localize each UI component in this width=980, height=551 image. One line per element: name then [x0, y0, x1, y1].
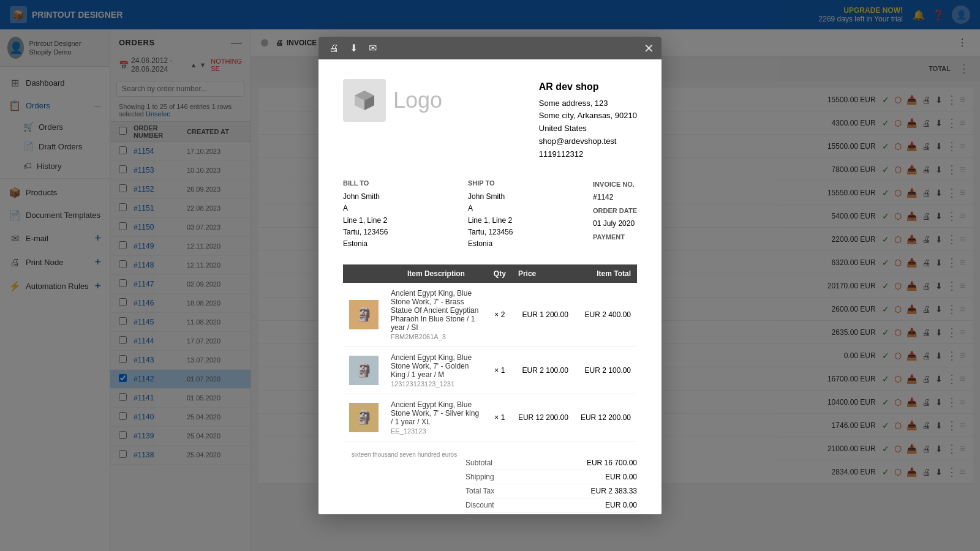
item-description: Ancient Egypt King, Blue Stone Work, 7' … — [391, 400, 481, 435]
item-name: Ancient Egypt King, Blue Stone Work, 7' … — [391, 289, 481, 332]
item-description: Ancient Egypt King, Blue Stone Work, 7' … — [391, 289, 481, 340]
invoice-addresses: Bill To John Smith A Line 1, Line 2 Tart… — [343, 178, 637, 250]
summary-discount-row: Discount EUR 0.00 — [466, 498, 637, 512]
item-image: 🗿 — [349, 356, 379, 385]
subtotal-label: Subtotal — [466, 459, 492, 467]
tax-label: Total Tax — [466, 487, 494, 495]
item-description: Ancient Egypt King, Blue Stone Work, 7' … — [391, 353, 481, 388]
shop-name: AR dev shop — [539, 79, 637, 95]
summary-shipping-row: Shipping EUR 0.00 — [466, 470, 637, 484]
item-price-cell: EUR 12 200.00 — [512, 394, 575, 441]
ship-country: Estonia — [468, 238, 513, 250]
ship-name: John Smith — [468, 191, 513, 203]
invoice-item-row: 🗿 Ancient Egypt King, Blue Stone Work, 7… — [343, 347, 637, 394]
invoice-summary: Subtotal EUR 16 700.00 Shipping EUR 0.00… — [466, 456, 637, 514]
bill-name: John Smith — [343, 191, 388, 203]
modal-download-btn[interactable]: ⬇ — [347, 40, 361, 56]
bill-city: Tartu, 123456 — [343, 227, 388, 238]
tax-value: EUR 2 383.33 — [591, 487, 637, 495]
modal-email-btn[interactable]: ✉ — [366, 40, 380, 56]
item-qty-cell: × 1 — [488, 394, 512, 441]
ship-line2: Line 1, Line 2 — [468, 215, 513, 227]
col-qty-header: Qty — [488, 264, 512, 283]
item-total-cell: EUR 12 200.00 — [575, 394, 637, 441]
invoice-meta: Invoice No. #1142 Order Date 01 July 202… — [593, 178, 637, 250]
discount-label: Discount — [466, 501, 494, 509]
invoice-shop-info: AR dev shop Some address, 123 Some city,… — [539, 79, 637, 161]
ship-line1: A — [468, 203, 513, 214]
invoice-ship-to: Ship To John Smith A Line 1, Line 2 Tart… — [468, 178, 513, 250]
shop-email: shop@ardevshop.test — [539, 135, 637, 148]
subtotal-value: EUR 16 700.00 — [587, 459, 637, 467]
shop-address: Some address, 123 — [539, 97, 637, 110]
payment-label: Payment — [593, 233, 625, 241]
discount-value: EUR 0.00 — [605, 501, 637, 509]
summary-subtotal-row: Subtotal EUR 16 700.00 — [466, 456, 637, 470]
item-name: Ancient Egypt King, Blue Stone Work, 7' … — [391, 400, 481, 426]
bill-to-label: Bill To — [343, 178, 388, 189]
invoice-no-label: Invoice No. — [593, 181, 635, 188]
item-desc-cell: Ancient Egypt King, Blue Stone Work, 7' … — [385, 283, 488, 347]
item-img-cell: 🗿 — [343, 394, 385, 441]
item-img-cell: 🗿 — [343, 283, 385, 347]
item-qty-cell: × 2 — [488, 283, 512, 347]
item-sku: 123123123123_1231 — [391, 380, 481, 388]
modal-close-btn[interactable]: ✕ — [644, 42, 654, 54]
order-date-label: Order Date — [593, 207, 637, 214]
invoice-item-row: 🗿 Ancient Egypt King, Blue Stone Work, 7… — [343, 394, 637, 441]
bill-line1: A — [343, 203, 388, 214]
item-desc-cell: Ancient Egypt King, Blue Stone Work, 7' … — [385, 347, 488, 394]
shop-country: United States — [539, 122, 637, 135]
shipping-label: Shipping — [466, 473, 494, 481]
invoice-bill-to: Bill To John Smith A Line 1, Line 2 Tart… — [343, 178, 388, 250]
item-price-cell: EUR 2 100.00 — [512, 347, 575, 394]
invoice-body: Logo AR dev shop Some address, 123 Some … — [318, 59, 662, 514]
shop-phone: 1119112312 — [539, 148, 637, 161]
invoice-item-row: 🗿 Ancient Egypt King, Blue Stone Work, 7… — [343, 283, 637, 347]
order-date: 01 July 2020 — [593, 217, 637, 231]
col-item-header: Item Description — [385, 264, 488, 283]
shop-city: Some city, Arkansas, 90210 — [539, 110, 637, 122]
item-total-cell: EUR 2 100.00 — [575, 347, 637, 394]
summary-tax-row: Total Tax EUR 2 383.33 — [466, 484, 637, 498]
item-image: 🗿 — [349, 300, 379, 329]
ship-city: Tartu, 123456 — [468, 227, 513, 238]
item-total-cell: EUR 2 400.00 — [575, 283, 637, 347]
logo-box — [343, 79, 386, 122]
item-price-cell: EUR 1 200.00 — [512, 283, 575, 347]
col-total-header: Item Total — [575, 264, 637, 283]
item-image: 🗿 — [349, 403, 379, 432]
item-qty-cell: × 1 — [488, 347, 512, 394]
logo-text: Logo — [393, 88, 442, 113]
item-desc-cell: Ancient Egypt King, Blue Stone Work, 7' … — [385, 394, 488, 441]
ship-to-label: Ship To — [468, 178, 513, 189]
invoice-logo: Logo — [343, 79, 442, 122]
bill-country: Estonia — [343, 238, 388, 250]
item-sku: FBM2MB2061A_3 — [391, 333, 481, 340]
invoice-header: Logo AR dev shop Some address, 123 Some … — [343, 79, 637, 161]
invoice-no: #1142 — [593, 191, 637, 204]
item-img-cell: 🗿 — [343, 347, 385, 394]
invoice-modal: 🖨 ⬇ ✉ ✕ Logo — [318, 37, 662, 514]
item-name: Ancient Egypt King, Blue Stone Work, 7' … — [391, 353, 481, 379]
logo-icon — [352, 88, 377, 113]
modal-toolbar: 🖨 ⬇ ✉ ✕ — [318, 37, 662, 59]
shipping-value: EUR 0.00 — [605, 473, 637, 481]
modal-print-btn[interactable]: 🖨 — [326, 41, 342, 56]
col-img-header — [343, 264, 385, 283]
bill-line2: Line 1, Line 2 — [343, 215, 388, 227]
invoice-items-table: Item Description Qty Price Item Total 🗿 … — [343, 264, 637, 441]
item-sku: EE_123123 — [391, 427, 481, 435]
modal-content: Logo AR dev shop Some address, 123 Some … — [318, 59, 662, 514]
modal-overlay[interactable]: 🖨 ⬇ ✉ ✕ Logo — [0, 0, 980, 551]
col-price-header: Price — [512, 264, 575, 283]
